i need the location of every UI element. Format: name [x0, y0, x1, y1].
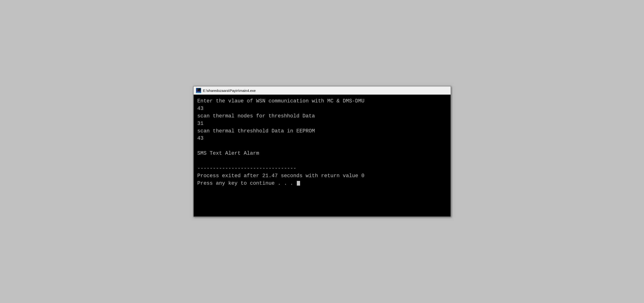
svg-rect-5 [197, 92, 200, 93]
console-line [198, 157, 447, 165]
console-line [198, 142, 447, 150]
cursor-blink [297, 181, 300, 186]
console-line: scan thermal threshhold Data in EEPROM [198, 127, 447, 135]
console-window: C:\ E:\sharedozaara\Payin\main4.exe Ente… [193, 86, 451, 217]
svg-text:C:\: C:\ [197, 89, 200, 91]
console-line: Process exited after 21.47 seconds with … [198, 172, 447, 180]
window-title: E:\sharedozaara\Payin\main4.exe [203, 89, 256, 93]
title-bar: C:\ E:\sharedozaara\Payin\main4.exe [194, 86, 450, 95]
console-line: scan thermal nodes for threshhold Data [198, 112, 447, 120]
console-line: SMS Text Alert Alarm [198, 150, 447, 157]
console-output[interactable]: Enter the vlaue of WSN communication wit… [194, 95, 450, 217]
console-line: -------------------------------- [198, 165, 447, 172]
console-line: 43 [198, 105, 447, 112]
console-line: Enter the vlaue of WSN communication wit… [198, 97, 447, 105]
console-icon: C:\ [196, 88, 201, 93]
console-line: 31 [198, 120, 447, 127]
console-line: Press any key to continue . . . [198, 180, 447, 187]
console-line: 43 [198, 135, 447, 142]
